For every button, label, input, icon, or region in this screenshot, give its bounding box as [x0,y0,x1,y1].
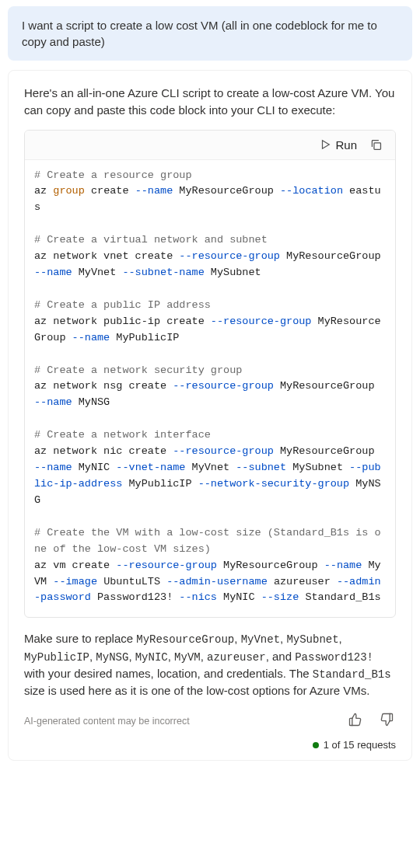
message-footer: AI-generated content may be incorrect [24,710,396,731]
code-comment: # Create a network security group [34,364,242,376]
copy-icon [369,138,383,152]
assistant-message: Here's an all-in-one Azure CLI script to… [8,70,412,761]
thumbs-up-button[interactable] [346,710,365,731]
code-comment: # Create a resource group [34,169,192,181]
svg-rect-1 [374,142,381,149]
code-comment: # Create a public IP address [34,299,211,311]
run-button[interactable]: Run [320,138,357,152]
code-comment: # Create a virtual network and subnet [34,234,268,246]
feedback-controls [346,710,396,731]
assistant-followup: Make sure to replace MyResourceGroup, My… [24,630,396,699]
play-icon [320,139,331,150]
code-block: Run # Create a resource group az group c… [24,130,396,619]
copy-button[interactable] [368,137,384,153]
code-toolbar: Run [25,131,395,160]
disclaimer-text: AI-generated content may be incorrect [24,716,190,727]
assistant-intro: Here's an all-in-one Azure CLI script to… [24,85,396,119]
requests-text: 1 of 15 requests [324,739,396,751]
status-dot-icon [313,742,319,748]
svg-marker-0 [323,141,330,149]
requests-status: 1 of 15 requests [24,739,396,751]
run-label: Run [335,138,357,152]
thumbs-up-icon [348,712,363,727]
thumbs-down-icon [379,712,394,727]
code-content: # Create a resource group az group creat… [25,160,395,618]
user-message: I want a script to create a low cost VM … [8,6,412,61]
code-comment: # Create a network interface [34,429,211,441]
thumbs-down-button[interactable] [377,710,396,731]
code-comment: # Create the VM with a low-cost size (St… [34,527,381,555]
